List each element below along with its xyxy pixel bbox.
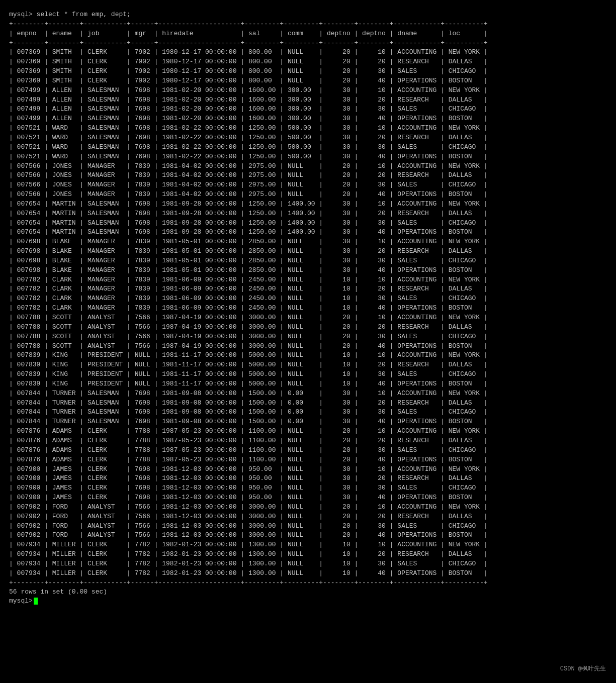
watermark: CSDN @枫叶先生 xyxy=(560,664,606,673)
mysql-prompt-label: mysql> xyxy=(9,597,33,605)
cursor-block xyxy=(34,598,38,605)
bottom-prompt-line: mysql> xyxy=(9,597,607,605)
terminal-content: mysql> select * from emp, dept; +-------… xyxy=(9,10,607,597)
terminal-window: mysql> select * from emp, dept; +-------… xyxy=(5,5,611,683)
